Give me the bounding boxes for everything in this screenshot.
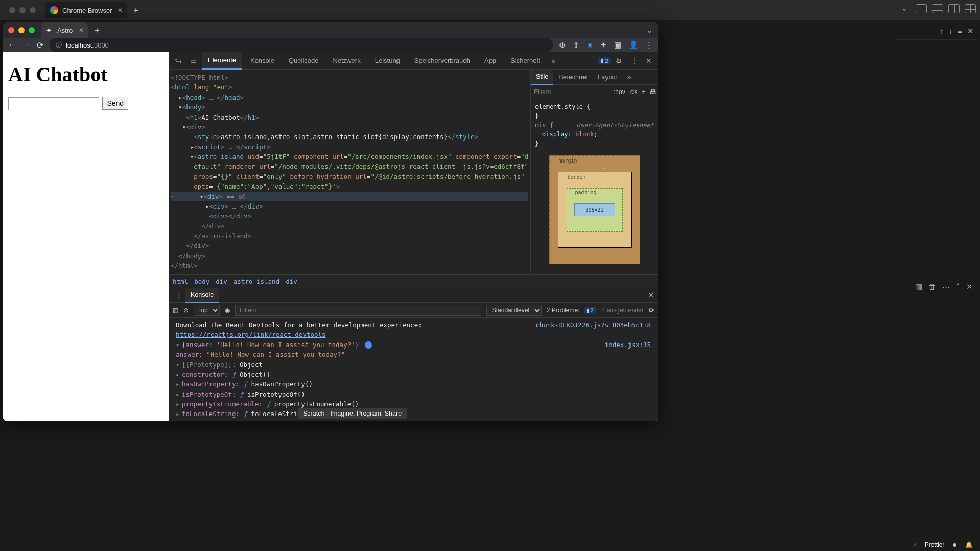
panel-icon[interactable]: ▣ (614, 40, 621, 50)
chevron-down-icon[interactable]: ⌄ (901, 4, 907, 13)
tab-speicher[interactable]: Speicherverbrauch (408, 52, 476, 70)
issues-badge[interactable]: ▮ 2 (598, 57, 611, 64)
close-icon[interactable]: ✕ (648, 291, 654, 299)
crumb[interactable]: div (216, 278, 227, 285)
close-icon[interactable] (8, 27, 14, 33)
clear-icon[interactable]: ⊘ (183, 307, 189, 314)
sidebar-icon[interactable]: ▥ (173, 307, 178, 314)
inspect-icon[interactable]: ⮑ (172, 57, 185, 65)
close-icon[interactable]: ✕ (643, 57, 655, 65)
chrome-icon (50, 6, 58, 14)
console-output[interactable]: chunk-DFKOJ226.js?v=803eb5c1:8 Download … (169, 318, 658, 421)
forward-button[interactable]: → (22, 40, 31, 50)
send-button[interactable]: Send (102, 97, 128, 110)
split-icon[interactable]: ▥ (915, 282, 922, 291)
extensions-icon[interactable]: ✦ (600, 40, 607, 50)
ide-tabstrip: Chrome Browser ✕ ＋ ⌄ (0, 0, 980, 20)
eye-icon[interactable]: ◉ (225, 307, 230, 314)
check-icon: ✓ (913, 541, 918, 548)
tab-berechnet[interactable]: Berechnet (553, 70, 593, 85)
kebab-icon[interactable]: ⋮ (627, 57, 641, 65)
info-icon[interactable] (365, 341, 372, 349)
site-info-icon[interactable]: ⓘ (56, 41, 62, 50)
bell-icon[interactable]: 🔔 (965, 541, 973, 548)
trash-icon[interactable]: 🗑 (928, 282, 936, 291)
next-icon[interactable]: ↓ (949, 27, 953, 35)
prev-icon[interactable]: ↑ (940, 27, 944, 35)
feedback-icon[interactable]: ☻ (951, 541, 958, 548)
bookmark-icon[interactable]: ★ (587, 40, 593, 50)
source-link[interactable]: chunk-DFKOJ226.js?v=803eb5c1:8 (535, 320, 651, 330)
level-select[interactable]: Standardlevel (486, 305, 542, 316)
close-icon[interactable]: ✕ (118, 7, 123, 14)
new-tab-button[interactable]: ＋ (93, 25, 101, 36)
print-icon[interactable]: 🖶 (650, 88, 656, 96)
close-icon[interactable]: ✕ (79, 27, 84, 34)
layout-panel-right-icon[interactable] (916, 4, 927, 13)
profile-icon[interactable]: 👤 (628, 40, 638, 50)
tab-konsole[interactable]: Konsole (244, 52, 281, 70)
source-link[interactable]: index.jsx:15 (605, 340, 651, 350)
minimize-icon[interactable] (18, 27, 25, 33)
add-rule-icon[interactable]: ＋ (641, 87, 647, 96)
tabs-menu-icon[interactable]: ⌄ (647, 26, 653, 34)
menu-icon[interactable]: ⋮ (645, 40, 653, 50)
chat-input[interactable] (8, 97, 99, 110)
close-dot[interactable] (9, 7, 15, 13)
crumb[interactable]: div (286, 278, 297, 285)
gear-icon[interactable]: ⚙ (648, 307, 654, 314)
more-tabs-icon[interactable]: » (548, 57, 558, 65)
crumb[interactable]: body (194, 278, 209, 285)
new-tab-button[interactable]: ＋ (132, 5, 140, 16)
settings-icon[interactable]: ⚙ (613, 57, 625, 65)
tab-netzwerk[interactable]: Netzwerk (327, 52, 367, 70)
minimize-dot[interactable] (19, 7, 26, 13)
tab-app[interactable]: App (478, 52, 502, 70)
list-icon[interactable]: ≡ (958, 27, 962, 35)
react-devtools-link[interactable]: https://reactjs.org/link/react-devtools (176, 331, 326, 338)
device-icon[interactable]: ▭ (187, 57, 200, 65)
reload-button[interactable]: ⟳ (37, 40, 43, 50)
back-button[interactable]: ← (8, 40, 16, 50)
tab-elemente[interactable]: Elemente (202, 52, 242, 70)
console-toolbar: ▥ ⊘ top ◉ Standardlevel 2 Probleme: ▮ 2 … (169, 303, 658, 318)
layout-panel-bottom-icon[interactable] (932, 4, 943, 13)
ellipsis-icon[interactable]: ⋯ (942, 282, 950, 291)
styles-tabs: Stile Berechnet Layout » (531, 70, 658, 85)
browser-tabstrip: ✦ Astro ✕ ＋ ⌄ (3, 22, 658, 38)
problems-label[interactable]: 2 Probleme: ▮ 2 (547, 307, 596, 314)
address-bar[interactable]: ⓘ localhost:3000 (50, 38, 553, 52)
drawer-tab-konsole[interactable]: Konsole (185, 288, 219, 303)
console-filter[interactable] (235, 305, 481, 316)
tab-stile[interactable]: Stile (531, 70, 553, 85)
zoom-icon[interactable]: ⊕ (559, 40, 566, 50)
tab-sicherheit[interactable]: Sicherheit (504, 52, 546, 70)
layout-grid-icon[interactable] (965, 4, 976, 13)
zoom-dot[interactable] (30, 7, 36, 13)
box-content: 308×21 (574, 203, 615, 216)
prettier-status[interactable]: Prettier (925, 541, 945, 548)
share-icon[interactable]: ⇧ (573, 40, 579, 50)
up-icon[interactable]: ˄ (956, 282, 960, 291)
styles-filter-input[interactable] (534, 88, 611, 96)
tab-quellcode[interactable]: Quellcode (283, 52, 325, 70)
maximize-icon[interactable] (29, 27, 35, 33)
close-icon[interactable]: ✕ (967, 27, 974, 36)
tab-layout[interactable]: Layout (593, 70, 622, 85)
layout-split-icon[interactable] (948, 4, 960, 13)
crumb[interactable]: html (173, 278, 188, 285)
close-icon[interactable]: ✕ (966, 282, 973, 291)
cls-toggle[interactable]: .cls (628, 88, 638, 96)
ide-tab-chrome[interactable]: Chrome Browser ✕ (45, 2, 127, 18)
styles-rules[interactable]: element.style { } div {User-Agent-Styles… (531, 99, 658, 274)
drawer-menu-icon[interactable]: ⋮ (173, 291, 185, 299)
dom-breadcrumbs[interactable]: html body div astro-island div (169, 274, 658, 288)
more-icon[interactable]: » (622, 70, 636, 85)
browser-tab-astro[interactable]: ✦ Astro ✕ (41, 22, 88, 38)
hov-toggle[interactable]: :hov (614, 88, 625, 96)
crumb[interactable]: astro-island (234, 278, 279, 285)
hidden-count[interactable]: 2 ausgeblendet (601, 307, 643, 314)
context-select[interactable]: top (194, 305, 220, 316)
tab-leistung[interactable]: Leistung (369, 52, 406, 70)
dom-tree[interactable]: <!DOCTYPE html> <html lang="en"> ▸<head>… (169, 70, 530, 274)
